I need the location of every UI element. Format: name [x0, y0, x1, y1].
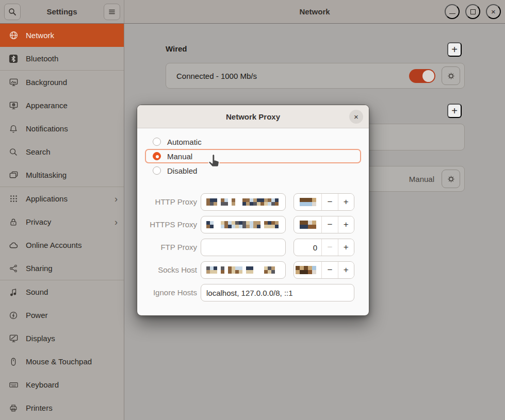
redacted-port-value: [296, 266, 316, 274]
cloud-icon: [8, 240, 19, 250]
app-title: Settings: [46, 7, 77, 16]
sidebar-item-network[interactable]: Network: [0, 24, 124, 47]
https-port-value[interactable]: [294, 216, 321, 233]
sidebar-item-label: Bluetooth: [26, 54, 118, 63]
lock-icon: [8, 217, 19, 227]
radio-on-icon[interactable]: [153, 152, 161, 160]
maximize-icon: [470, 9, 476, 14]
proxy-mode-value: Manual: [409, 175, 434, 183]
sidebar-item-label: Applications: [26, 194, 107, 203]
proxy-mode-automatic[interactable]: Automatic: [145, 135, 361, 149]
sidebar-item-search[interactable]: Search: [0, 140, 124, 163]
sidebar-item-keyboard[interactable]: Keyboard: [0, 373, 124, 396]
redacted-host-value: [206, 266, 279, 274]
increment-button[interactable]: +: [338, 239, 354, 256]
decrement-button[interactable]: −: [321, 194, 337, 210]
socks-port-spinner: − +: [294, 261, 354, 279]
sidebar-item-notifications[interactable]: Notifications: [0, 117, 124, 140]
decrement-button[interactable]: −: [321, 239, 337, 256]
sidebar-item-background[interactable]: Background: [0, 71, 124, 94]
sidebar-item-label: Keyboard: [26, 380, 118, 389]
add-vpn-button[interactable]: +: [447, 104, 462, 118]
sidebar-item-label: Notifications: [26, 124, 118, 133]
sidebar-item-label: Multitasking: [26, 171, 118, 179]
search-icon: [8, 147, 19, 157]
sidebar-item-displays[interactable]: Displays: [0, 327, 124, 350]
search-button[interactable]: [4, 4, 21, 20]
sidebar-item-online-accounts[interactable]: Online Accounts: [0, 233, 124, 257]
plus-icon: +: [451, 44, 458, 56]
sidebar-item-sharing[interactable]: Sharing: [0, 257, 124, 280]
maximize-button[interactable]: [465, 4, 480, 19]
http-proxy-input[interactable]: [201, 193, 286, 211]
proxy-settings-button[interactable]: [442, 170, 460, 188]
minimize-button[interactable]: [445, 4, 460, 19]
wired-section-title: Wired: [166, 44, 187, 53]
increment-button[interactable]: +: [338, 194, 354, 210]
sidebar-item-label: Sound: [26, 288, 118, 296]
apps-grid-icon: [8, 194, 19, 204]
sidebar-item-privacy[interactable]: Privacy ›: [0, 210, 124, 233]
sidebar-item-power[interactable]: Power: [0, 304, 124, 327]
sidebar-item-bluetooth[interactable]: Bluetooth: [0, 47, 124, 70]
sidebar-item-label: Printers: [26, 404, 118, 412]
radio-off-icon[interactable]: [153, 138, 161, 146]
http-port-spinner: − +: [294, 193, 354, 211]
increment-button[interactable]: +: [338, 216, 354, 233]
wired-connection-card: Connected - 1000 Mb/s: [166, 63, 465, 89]
ftp-proxy-input[interactable]: [201, 239, 286, 256]
socks-port-value[interactable]: [294, 262, 321, 278]
header-bar: Settings Network ×: [0, 0, 505, 24]
ftp-proxy-label: FTP Proxy: [137, 239, 197, 256]
increment-button[interactable]: +: [338, 262, 354, 278]
sidebar-item-label: Search: [26, 147, 118, 156]
sidebar-item-label: Appearance: [26, 101, 118, 110]
decrement-button[interactable]: −: [321, 216, 337, 233]
sidebar-item-multitasking[interactable]: Multitasking: [0, 163, 124, 187]
display-icon: [8, 333, 19, 344]
proxy-mode-manual[interactable]: Manual: [145, 149, 361, 163]
proxy-mode-list: Automatic Manual Disabled: [145, 135, 361, 178]
proxy-mode-disabled[interactable]: Disabled: [145, 163, 361, 178]
main-menu-button[interactable]: [104, 4, 120, 20]
ftp-port-value[interactable]: 0: [294, 239, 321, 256]
background-icon: [8, 77, 19, 88]
decrement-button[interactable]: −: [321, 262, 337, 278]
add-wired-button[interactable]: +: [447, 42, 462, 57]
sidebar-item-printers[interactable]: Printers: [0, 396, 124, 419]
sidebar-item-label: Network: [26, 31, 118, 40]
sidebar-header: Settings: [0, 0, 124, 23]
sidebar-item-sound[interactable]: Sound: [0, 280, 124, 304]
radio-label: Manual: [167, 152, 192, 161]
ignore-hosts-input[interactable]: localhost, 127.0.0.0/8, ::1: [201, 284, 354, 301]
sidebar-item-label: Mouse & Touchpad: [26, 357, 118, 366]
https-proxy-input[interactable]: [201, 216, 286, 233]
wired-status: Connected - 1000 Mb/s: [176, 72, 409, 80]
toggle-knob: [422, 70, 434, 82]
https-proxy-label: HTTPS Proxy: [137, 216, 197, 233]
sidebar-item-mouse-touchpad[interactable]: Mouse & Touchpad: [0, 350, 124, 373]
close-window-button[interactable]: ×: [486, 4, 501, 19]
redacted-host-value: [206, 221, 279, 228]
printer-icon: [8, 403, 19, 413]
wired-settings-button[interactable]: [442, 66, 460, 85]
radio-off-icon[interactable]: [153, 166, 161, 175]
close-icon: ×: [354, 112, 359, 121]
globe-icon: [8, 30, 19, 41]
http-port-value[interactable]: [294, 194, 321, 210]
dialog-close-button[interactable]: ×: [349, 110, 363, 124]
sidebar-item-label: Sharing: [26, 264, 118, 273]
socks-host-input[interactable]: [201, 261, 286, 279]
bell-icon: [8, 124, 19, 134]
gear-icon: [446, 71, 456, 81]
page-title: Network: [299, 7, 330, 16]
http-proxy-label: HTTP Proxy: [137, 193, 197, 211]
page-header: Network ×: [124, 0, 505, 23]
power-icon: [8, 310, 19, 321]
search-icon: [8, 8, 17, 16]
sidebar-item-appearance[interactable]: Appearance: [0, 94, 124, 117]
keyboard-icon: [8, 380, 19, 390]
multitasking-icon: [8, 170, 19, 180]
wired-toggle[interactable]: [409, 69, 435, 83]
sidebar-item-applications[interactable]: Applications ›: [0, 187, 124, 210]
